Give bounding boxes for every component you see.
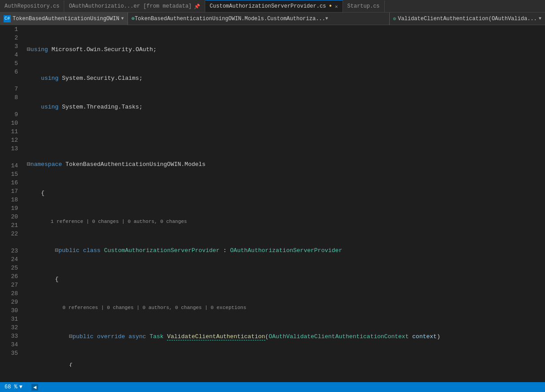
code-line-3: using System.Threading.Tasks;	[27, 103, 545, 111]
code-line-7: ⊟public class CustomAuthorizationServerP…	[27, 246, 545, 255]
project-icon: C#	[4, 15, 11, 22]
tab-startup[interactable]: Startup.cs	[343, 0, 385, 12]
tab-oauth-auth[interactable]: OAuthAuthorizatio...er [from metadata] 📌	[64, 0, 205, 12]
zoom-label: 68 %	[4, 384, 18, 390]
code-line-1: ⊟using Microsoft.Owin.Security.OAuth;	[27, 45, 545, 54]
code-line-6: {	[27, 189, 545, 197]
member-selector[interactable]: ⊙ ValidateClientAuthentication(OAuthVali…	[389, 13, 545, 25]
code-editor[interactable]: 1 2 3 4 5 6 7 8 9 10 11 12 13 14 15 16 1…	[0, 25, 545, 367]
code-meta-2: 0 references | 0 changes | 0 authors, 0 …	[27, 304, 545, 312]
breadcrumb[interactable]: ⊕ TokenBasedAuthenticationUsingOWIN.Mode…	[128, 13, 389, 25]
code-line-9: ⊟public override async Task ValidateClie…	[27, 332, 545, 341]
member-dropdown: ▼	[539, 16, 541, 21]
code-line-10: {	[27, 361, 545, 367]
nav-bar: C# TokenBasedAuthenticationUsingOWIN ▼ ⊕…	[0, 13, 545, 25]
code-line-8: {	[27, 275, 545, 283]
status-bar: 68 % ▼ ◀	[0, 382, 545, 392]
zoom-dropdown-arrow[interactable]: ▼	[19, 384, 22, 390]
line-numbers: 1 2 3 4 5 6 7 8 9 10 11 12 13 14 15 16 1…	[0, 25, 22, 367]
tab-oauth-auth-pin[interactable]: 📌	[194, 4, 200, 9]
tab-custom-provider-close[interactable]: ✕	[335, 4, 338, 9]
code-meta-1: 1 reference | 0 changes | 0 authors, 0 c…	[27, 218, 545, 226]
project-selector[interactable]: C# TokenBasedAuthenticationUsingOWIN ▼	[0, 13, 128, 25]
code-text[interactable]: ⊟using Microsoft.Owin.Security.OAuth; us…	[22, 25, 545, 367]
tab-startup-label: Startup.cs	[347, 3, 380, 9]
tab-custom-provider[interactable]: CustomAuthorizationServerProvider.cs • ✕	[205, 0, 343, 12]
tab-modified-dot: •	[328, 3, 333, 10]
code-line-2: using System.Security.Claims;	[27, 74, 545, 83]
tab-custom-provider-label: CustomAuthorizationServerProvider.cs	[210, 3, 326, 9]
breadcrumb-dropdown: ▼	[325, 16, 328, 21]
zoom-control[interactable]: 68 % ▼	[4, 382, 22, 392]
code-line-4	[27, 131, 545, 140]
breadcrumb-text: TokenBasedAuthenticationUsingOWIN.Models…	[135, 16, 325, 22]
tab-oauth-auth-label: OAuthAuthorizatio...er [from metadata]	[69, 3, 192, 9]
scroll-left[interactable]: ◀	[31, 384, 38, 391]
code-line-5: ⊟namespace TokenBasedAuthenticationUsing…	[27, 160, 545, 169]
tab-bar: AuthRepository.cs OAuthAuthorizatio...er…	[0, 0, 545, 13]
tab-auth-repo[interactable]: AuthRepository.cs	[0, 0, 64, 12]
project-label: TokenBasedAuthenticationUsingOWIN	[13, 16, 119, 22]
project-dropdown-arrow: ▼	[121, 16, 124, 21]
member-label: ValidateClientAuthentication(OAuthValida…	[398, 16, 537, 22]
breadcrumb-icon: ⊕	[132, 15, 135, 22]
tab-auth-repo-label: AuthRepository.cs	[4, 3, 59, 9]
member-icon: ⊙	[393, 16, 396, 22]
